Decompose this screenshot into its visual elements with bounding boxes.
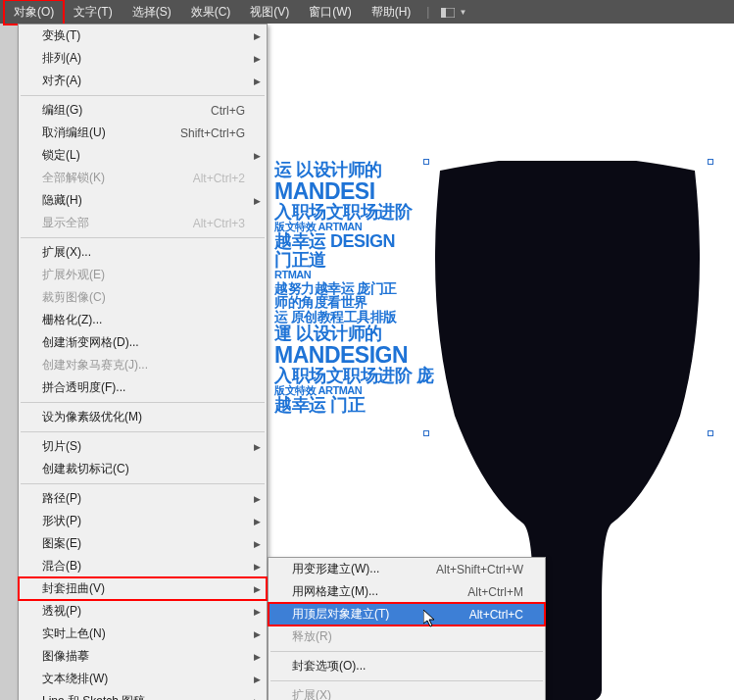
design-text-block: 运 以设计师的MANDESI入职场文职场进阶版文特效 ARTMAN越幸运 DES… bbox=[274, 161, 433, 415]
menubar-item[interactable]: 选择(S) bbox=[122, 0, 181, 25]
menu-item-label: 显示全部 bbox=[42, 215, 89, 231]
svg-rect-1 bbox=[441, 8, 446, 18]
menu-item-label: 取消编组(U) bbox=[42, 125, 106, 141]
menu-item-label: 创建裁切标记(C) bbox=[42, 461, 129, 477]
menu-item[interactable]: 封套选项(O)... bbox=[269, 655, 545, 677]
menu-item[interactable]: 透视(P)▶ bbox=[19, 600, 267, 623]
menubar-item[interactable]: 效果(C) bbox=[181, 0, 241, 25]
menu-item[interactable]: 混合(B)▶ bbox=[19, 555, 267, 577]
menu-item-label: 文本绕排(W) bbox=[42, 671, 108, 687]
submenu-arrow-icon: ▶ bbox=[254, 151, 261, 161]
selection-handle[interactable] bbox=[708, 430, 713, 436]
menu-item[interactable]: 实时上色(N)▶ bbox=[19, 623, 267, 645]
menu-item-label: 路径(P) bbox=[42, 490, 81, 507]
menu-item[interactable]: 取消编组(U)Shift+Ctrl+G bbox=[19, 122, 267, 144]
menu-item: 裁剪图像(C) bbox=[19, 286, 267, 309]
menu-item[interactable]: 变换(T)▶ bbox=[19, 25, 267, 47]
menu-item-label: 裁剪图像(C) bbox=[42, 289, 106, 306]
dropdown-arrow-icon[interactable]: ▼ bbox=[459, 8, 466, 17]
menu-separator bbox=[21, 237, 265, 238]
submenu-arrow-icon: ▶ bbox=[254, 652, 261, 662]
menu-item: 扩展(X) bbox=[269, 684, 545, 700]
menu-item[interactable]: 用顶层对象建立(T)Alt+Ctrl+C bbox=[269, 603, 545, 625]
menu-item[interactable]: 扩展(X)... bbox=[19, 241, 267, 264]
menubar-item[interactable]: 对象(O) bbox=[4, 0, 64, 25]
menu-item-label: 扩展外观(E) bbox=[42, 267, 105, 283]
selection-handle[interactable] bbox=[708, 159, 713, 165]
menu-item-label: 封套扭曲(V) bbox=[42, 580, 105, 597]
menu-item-label: 隐藏(H) bbox=[42, 192, 82, 209]
menu-item: 扩展外观(E) bbox=[19, 264, 267, 286]
menu-item[interactable]: 路径(P)▶ bbox=[19, 487, 267, 510]
menubar-separator: | bbox=[426, 5, 429, 19]
submenu-arrow-icon: ▶ bbox=[254, 697, 261, 701]
submenu-arrow-icon: ▶ bbox=[254, 494, 261, 504]
menu-item-label: 混合(B) bbox=[42, 558, 81, 575]
menu-item-shortcut: Alt+Ctrl+C bbox=[469, 608, 523, 622]
menu-item[interactable]: 图案(E)▶ bbox=[19, 532, 267, 555]
menu-item-label: 用顶层对象建立(T) bbox=[292, 606, 389, 623]
menu-item-label: 释放(R) bbox=[292, 628, 332, 645]
menu-item[interactable]: 拼合透明度(F)... bbox=[19, 376, 267, 399]
menu-item-label: 拼合透明度(F)... bbox=[42, 379, 125, 396]
menu-separator bbox=[270, 651, 543, 652]
menu-item-label: 透视(P) bbox=[42, 603, 81, 620]
menu-item-label: 编组(G) bbox=[42, 102, 82, 119]
menu-item[interactable]: 形状(P)▶ bbox=[19, 510, 267, 532]
menubar-item[interactable]: 视图(V) bbox=[240, 0, 299, 25]
submenu-arrow-icon: ▶ bbox=[254, 539, 261, 549]
menu-separator bbox=[270, 680, 543, 681]
selection-handle[interactable] bbox=[423, 430, 429, 436]
menu-item-label: 封套选项(O)... bbox=[292, 658, 366, 675]
menu-item-label: 创建对象马赛克(J)... bbox=[42, 357, 148, 374]
selection-handle[interactable] bbox=[423, 159, 429, 165]
menu-item-label: Line 和 Sketch 图稿 bbox=[42, 693, 145, 700]
submenu-arrow-icon: ▶ bbox=[254, 196, 261, 206]
menu-item[interactable]: 设为像素级优化(M) bbox=[19, 406, 267, 428]
menu-item-label: 全部解锁(K) bbox=[42, 170, 105, 186]
menu-item: 全部解锁(K)Alt+Ctrl+2 bbox=[19, 167, 267, 189]
menubar-item[interactable]: 文字(T) bbox=[64, 0, 122, 25]
menu-item[interactable]: 切片(S)▶ bbox=[19, 435, 267, 458]
menu-item: 显示全部Alt+Ctrl+3 bbox=[19, 212, 267, 234]
menu-item-label: 扩展(X)... bbox=[42, 244, 91, 261]
menu-item: 创建对象马赛克(J)... bbox=[19, 354, 267, 376]
canvas-text-line: 越幸运 DESIGN bbox=[274, 232, 433, 251]
menu-item-label: 变换(T) bbox=[42, 27, 80, 44]
menu-item-label: 用网格建立(M)... bbox=[292, 583, 378, 600]
canvas-text-line: 门正道 bbox=[274, 251, 433, 270]
menu-item[interactable]: 用网格建立(M)...Alt+Ctrl+M bbox=[269, 580, 545, 603]
menubar-item[interactable]: 窗口(W) bbox=[299, 0, 361, 25]
menu-item-label: 用变形建立(W)... bbox=[292, 561, 379, 577]
menu-item-label: 锁定(L) bbox=[42, 147, 80, 164]
menu-separator bbox=[21, 402, 265, 403]
submenu-arrow-icon: ▶ bbox=[254, 442, 261, 452]
menu-item[interactable]: 对齐(A)▶ bbox=[19, 70, 267, 92]
menu-item[interactable]: 排列(A)▶ bbox=[19, 47, 267, 70]
menubar-item[interactable]: 帮助(H) bbox=[362, 0, 421, 25]
menu-item[interactable]: 隐藏(H)▶ bbox=[19, 189, 267, 212]
menu-item[interactable]: 创建裁切标记(C) bbox=[19, 458, 267, 480]
submenu-arrow-icon: ▶ bbox=[254, 675, 261, 684]
canvas-text-line: 运 以设计师的 bbox=[274, 161, 433, 179]
menu-item[interactable]: 文本绕排(W)▶ bbox=[19, 668, 267, 690]
menu-item-label: 设为像素级优化(M) bbox=[42, 409, 142, 425]
menubar: 对象(O)文字(T)选择(S)效果(C)视图(V)窗口(W)帮助(H)|▼ bbox=[0, 0, 734, 24]
menu-item-label: 排列(A) bbox=[42, 50, 81, 67]
menu-item[interactable]: Line 和 Sketch 图稿▶ bbox=[19, 690, 267, 700]
menu-item[interactable]: 创建渐变网格(D)... bbox=[19, 331, 267, 354]
submenu-arrow-icon: ▶ bbox=[254, 584, 261, 594]
menu-item[interactable]: 栅格化(Z)... bbox=[19, 309, 267, 331]
menu-item[interactable]: 图像描摹▶ bbox=[19, 645, 267, 668]
menu-item[interactable]: 锁定(L)▶ bbox=[19, 144, 267, 167]
menu-separator bbox=[21, 431, 265, 432]
canvas-text-line: 越幸运 门正 bbox=[274, 396, 433, 415]
submenu-arrow-icon: ▶ bbox=[254, 629, 261, 639]
panel-toggle-icon[interactable] bbox=[441, 7, 455, 17]
menu-item-shortcut: Alt+Ctrl+3 bbox=[193, 217, 245, 230]
submenu-arrow-icon: ▶ bbox=[254, 76, 261, 86]
menu-item[interactable]: 编组(G)Ctrl+G bbox=[19, 99, 267, 122]
menu-item[interactable]: 封套扭曲(V)▶ bbox=[19, 577, 267, 600]
menu-item[interactable]: 用变形建立(W)...Alt+Shift+Ctrl+W bbox=[269, 558, 545, 580]
canvas-text-line: MANDESI bbox=[274, 179, 433, 203]
